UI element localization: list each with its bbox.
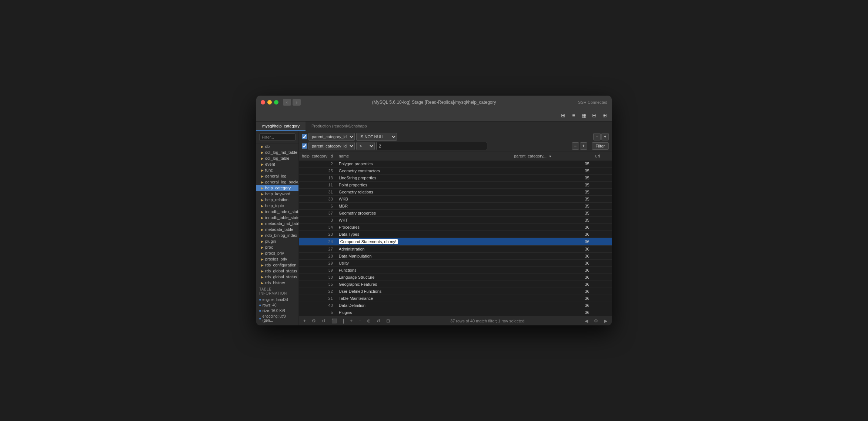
add-row-button[interactable]: + [302,318,307,324]
filter-apply-button[interactable]: Filter [592,142,609,150]
editing-cell[interactable]: Compound Statements, oh my! [339,239,398,244]
minimize-button[interactable] [267,100,272,105]
table-row[interactable]: 34Procedures36 [299,224,612,231]
table-row[interactable]: 40Data Definition36 [299,302,612,309]
sidebar-item-metadata-md[interactable]: ▶ metadata_md_table [256,221,298,226]
table-row[interactable]: 24Compound Statements, oh my!36 [299,238,612,246]
sidebar-item-db[interactable]: ▶ db [256,143,298,149]
cell-name[interactable]: MBR [336,203,511,210]
sidebar-item-proxies-priv[interactable]: ▶ proxies_priv [256,256,298,262]
sidebar-item-ddl-log-md[interactable]: ▶ ddl_log_md_table [256,149,298,155]
copy-row-btn[interactable]: ⊕ [365,318,372,324]
cell-name[interactable]: WKB [336,196,511,203]
sidebar-item-rds-config[interactable]: ▶ rds_configuration [256,262,298,268]
filter-btn[interactable]: ⊟ [385,318,391,324]
sidebar-item-plugin[interactable]: ▶ plugin [256,238,298,244]
close-button[interactable] [261,100,265,105]
cell-name[interactable]: Geographic Features [336,281,511,288]
cell-name[interactable]: Point properties [336,182,511,189]
cell-name[interactable]: Geometry constructors [336,168,511,175]
settings-button[interactable]: ⚙ [310,318,317,324]
cell-name[interactable]: Data Manipulation [336,253,511,260]
sidebar-item-ddl-log[interactable]: ▶ ddl_log_table [256,155,298,161]
sidebar-item-func[interactable]: ▶ func [256,167,298,173]
sidebar-item-innodb-table[interactable]: ▶ innodb_table_stats [256,215,298,221]
filter-1-plus[interactable]: + [601,133,609,140]
table-row[interactable]: 22User-Defined Functions36 [299,288,612,295]
sidebar-item-innodb-index[interactable]: ▶ innodb_index_stats [256,209,298,215]
col-name[interactable]: name [336,152,511,160]
sidebar-item-help-relation[interactable]: ▶ help_relation [256,197,298,203]
cell-name[interactable]: Functions [336,267,511,274]
sidebar-item-rds-global-2[interactable]: ▶ rds_global_status_hi... [256,274,298,280]
table-row[interactable]: 31Geometry relations35 [299,189,612,196]
table-row[interactable]: 11Point properties35 [299,182,612,189]
table-row[interactable]: 35Geographic Features36 [299,281,612,288]
table-row[interactable]: 13LineString properties35 [299,175,612,182]
cell-name[interactable]: Administration [336,246,511,253]
sidebar-item-help-keyword[interactable]: ▶ help_keyword [256,191,298,197]
table-row[interactable]: 23Data Types36 [299,231,612,238]
reload-btn[interactable]: ↺ [375,318,382,324]
cell-name[interactable]: Compound Statements, oh my! [336,238,511,246]
sidebar-item-proc[interactable]: ▶ proc [256,244,298,250]
filter-2-field[interactable]: parent_category_id [308,142,355,150]
table-row[interactable]: 3WKT35 [299,217,612,224]
cell-name[interactable]: Procedures [336,224,511,231]
filter-2-minus[interactable]: − [572,142,579,150]
tab-production-chshapp[interactable]: Production (readonly)/chshapp [306,122,373,131]
cell-name[interactable]: Geometry properties [336,210,511,217]
sidebar-item-ndb-binlog[interactable]: ▶ ndb_binlog_index [256,232,298,238]
table-row[interactable]: 39Functions36 [299,267,612,274]
table-row[interactable]: 2Polygon properties35 [299,160,612,168]
table-row[interactable]: 27Administration36 [299,246,612,253]
filter-2-plus[interactable]: + [580,142,587,150]
col-parent-category[interactable]: parent_category.... [511,152,592,160]
cell-name[interactable]: LineString properties [336,175,511,182]
cell-name[interactable]: User-Defined Functions [336,288,511,295]
table-row[interactable]: 33WKB35 [299,196,612,203]
table-view-icon[interactable]: ≡ [570,111,578,119]
chart-view-icon[interactable]: ▦ [580,111,588,119]
filter-2-checkbox[interactable] [302,143,307,149]
export-icon[interactable]: ⊞ [601,111,609,119]
cell-name[interactable]: Table Maintenance [336,295,511,302]
refresh-button[interactable]: ↺ [320,318,327,324]
forward-button[interactable]: › [293,99,301,106]
filter-1-field[interactable]: parent_category_id [308,133,355,141]
sidebar-item-general-log-backup[interactable]: ▶ general_log_backup [256,179,298,185]
table-row[interactable]: 28Data Manipulation36 [299,253,612,260]
sidebar-item-rds-history[interactable]: ▶ rds_history [256,280,298,284]
table-row[interactable]: 37Geometry properties35 [299,210,612,217]
filter-2-operator[interactable]: > [356,142,375,150]
sidebar-search-input[interactable] [259,133,296,141]
back-button[interactable]: ‹ [283,99,291,106]
fullscreen-button[interactable] [274,100,278,105]
cell-name[interactable]: Data Types [336,231,511,238]
cell-name[interactable]: Utility [336,260,511,267]
save-button[interactable]: ⬛ [330,318,338,324]
table-row[interactable]: 21Table Maintenance36 [299,295,612,302]
col-url[interactable]: url [592,152,612,160]
table-row[interactable]: 30Language Structure36 [299,274,612,281]
cell-name[interactable]: Plugins [336,309,511,316]
cell-name[interactable]: Data Definition [336,302,511,309]
tab-mysql-help-category[interactable]: mysql/help_category [256,122,306,131]
sidebar-item-help-category[interactable]: ▶ help_category [256,185,298,191]
sidebar-item-procs-priv[interactable]: ▶ procs_priv [256,250,298,256]
remove-row-btn[interactable]: − [357,318,363,324]
scroll-left-btn[interactable]: ◀ [583,318,590,324]
cell-name[interactable]: Language Structure [336,274,511,281]
cell-name[interactable]: WKT [336,217,511,224]
table-row[interactable]: 29Utility36 [299,260,612,267]
grid-view-icon[interactable]: ⊞ [559,111,567,119]
scroll-right-btn[interactable]: ▶ [602,318,609,324]
filter-1-minus[interactable]: − [593,133,601,140]
sidebar-item-event[interactable]: ▶ event [256,161,298,167]
sidebar-item-help-topic[interactable]: ▶ help_topic [256,203,298,209]
sidebar-item-metadata-table[interactable]: ▶ metadata_table [256,226,298,232]
table-row[interactable]: 25Geometry constructors35 [299,168,612,175]
filter-2-value[interactable] [376,142,487,150]
scroll-settings-btn[interactable]: ⚙ [592,318,600,324]
sidebar-item-rds-global-1[interactable]: ▶ rds_global_status_hi... [256,268,298,274]
